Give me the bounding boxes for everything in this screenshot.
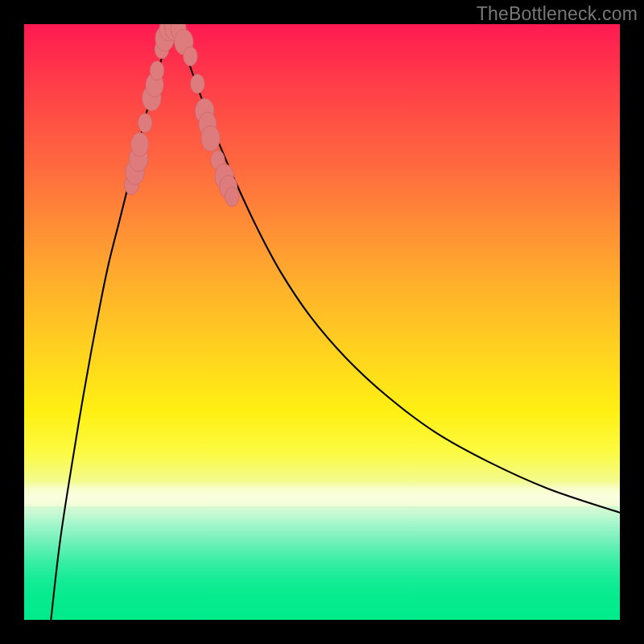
marker-dot: [150, 61, 164, 80]
plot-area: [24, 24, 620, 620]
curve-right-branch: [174, 24, 620, 513]
marker-dot: [190, 74, 204, 93]
watermark-text: TheBottleneck.com: [477, 3, 638, 25]
curve-left-branch: [51, 24, 171, 620]
chart-frame: TheBottleneck.com: [0, 0, 644, 644]
marker-dot: [225, 188, 239, 207]
marker-dot: [138, 114, 152, 133]
marker-dots: [124, 24, 239, 207]
marker-dot: [184, 47, 198, 66]
curve-layer: [24, 24, 620, 620]
marker-dot: [130, 132, 148, 156]
marker-dot: [201, 126, 221, 151]
